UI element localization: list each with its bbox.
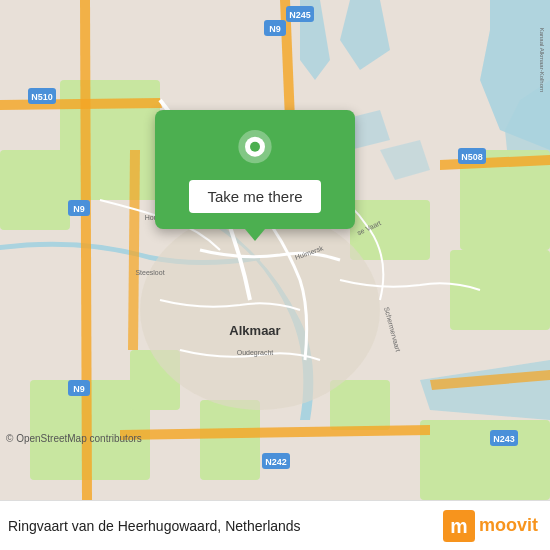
svg-text:N9: N9 <box>73 204 85 214</box>
svg-text:Alkmaar: Alkmaar <box>229 323 280 338</box>
svg-text:N510: N510 <box>31 92 53 102</box>
svg-text:N242: N242 <box>265 457 287 467</box>
svg-rect-10 <box>330 380 390 430</box>
svg-rect-1 <box>60 80 160 200</box>
svg-text:m: m <box>450 515 467 537</box>
map-container[interactable]: N9 N9 N9 N510 N245 N242 N243 N508 Alkmaa… <box>0 0 550 500</box>
svg-text:N243: N243 <box>493 434 515 444</box>
svg-rect-2 <box>0 150 70 230</box>
svg-text:Kanaal Alkmaar-Kolhorn: Kanaal Alkmaar-Kolhorn <box>539 28 545 93</box>
svg-rect-7 <box>420 420 550 500</box>
svg-text:N9: N9 <box>73 384 85 394</box>
svg-text:N508: N508 <box>461 152 483 162</box>
take-me-there-button[interactable]: Take me there <box>189 180 320 213</box>
bottom-bar: Ringvaart van de Heerhugowaard, Netherla… <box>0 500 550 550</box>
copyright-text: © OpenStreetMap contributors <box>6 433 142 444</box>
svg-rect-6 <box>200 400 260 480</box>
svg-text:N9: N9 <box>269 24 281 34</box>
svg-text:Oudegracht: Oudegracht <box>237 349 274 357</box>
map-background: N9 N9 N9 N510 N245 N242 N243 N508 Alkmaa… <box>0 0 550 500</box>
svg-text:Steesloot: Steesloot <box>135 269 164 276</box>
svg-point-38 <box>250 142 260 152</box>
location-label: Ringvaart van de Heerhugowaard, Netherla… <box>8 518 301 534</box>
svg-text:N245: N245 <box>289 10 311 20</box>
svg-rect-4 <box>450 250 550 330</box>
location-pin-icon <box>235 130 275 170</box>
moovit-brand-text: moovit <box>479 515 538 536</box>
moovit-logo-icon: m <box>443 510 475 542</box>
moovit-logo: m moovit <box>443 510 538 542</box>
popup-card[interactable]: Take me there <box>155 110 355 229</box>
